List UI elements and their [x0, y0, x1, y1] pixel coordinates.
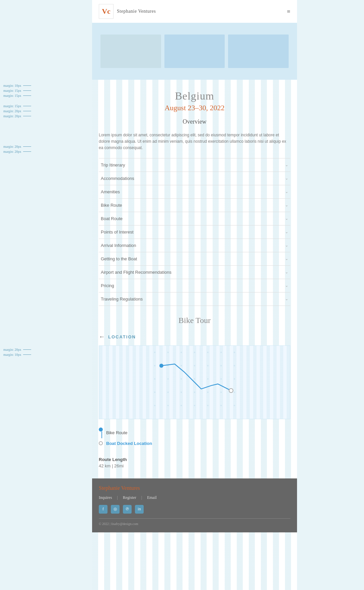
annotation-5: margin: 20px: [3, 109, 92, 113]
svg-point-19: [220, 378, 222, 380]
accordion-item-amenities[interactable]: Amenities ⌄: [99, 185, 290, 198]
hero-image-1: [100, 35, 161, 68]
hero-image-2: [164, 35, 225, 68]
svg-point-29: [167, 405, 169, 406]
annotation-line: [23, 116, 31, 116]
accordion-item-traveling-regulations[interactable]: Traveling Regulations ⌄: [99, 292, 290, 306]
footer-link-email[interactable]: Email: [147, 495, 157, 500]
annotation-3: margin: 15px: [3, 94, 92, 97]
svg-point-3: [194, 351, 195, 353]
accordion-label: Points of Interest: [101, 230, 134, 235]
svg-point-28: [154, 405, 155, 406]
legend-item-bike-route: Bike Route: [99, 428, 290, 438]
annotation-line: [23, 90, 31, 91]
svg-point-33: [220, 405, 222, 406]
social-facebook-icon[interactable]: f: [99, 505, 107, 514]
overview-heading: Overview: [99, 118, 290, 125]
svg-point-6: [234, 351, 235, 353]
bike-tour-section: Bike Tour: [92, 306, 297, 328]
svg-point-13: [234, 365, 235, 366]
chevron-icon: ⌄: [285, 230, 288, 235]
accordion-item-bike-route[interactable]: Bike Route ⌄: [99, 198, 290, 212]
footer-link-inquires[interactable]: Inquires: [99, 495, 112, 500]
annotation-6: margin: 20px: [3, 114, 92, 118]
date-subtitle: August 23–30, 2022: [99, 104, 290, 112]
main-content: Vc Stephanie Ventures ≡ Belgium August 2…: [92, 0, 297, 590]
footer-divider-2: |: [141, 495, 142, 500]
svg-point-23: [180, 391, 182, 393]
svg-point-14: [154, 378, 155, 380]
svg-point-10: [194, 365, 195, 366]
svg-point-16: [180, 378, 182, 380]
accordion-item-flight-recommendations[interactable]: Airport and Flight Recommendations ⌄: [99, 265, 290, 279]
chevron-icon: ⌄: [285, 216, 288, 221]
social-linkedin-icon[interactable]: in: [135, 505, 144, 514]
right-sidebar: [297, 0, 364, 590]
map-navigation: ← LOCATION: [92, 328, 297, 342]
accordion-item-points-of-interest[interactable]: Points of Interest ⌄: [99, 225, 290, 239]
svg-point-2: [180, 351, 182, 353]
svg-point-32: [207, 405, 209, 406]
svg-point-9: [180, 365, 182, 366]
annotation-1: margin: 10px: [3, 84, 92, 87]
accordion-item-trip-itinerary[interactable]: Trip Itinerary ⌄: [99, 158, 290, 172]
svg-point-31: [194, 405, 195, 406]
annotation-line: [23, 151, 31, 152]
site-footer: Stephanie Ventures Inquires | Register |…: [92, 478, 297, 532]
accordion-item-arrival-information[interactable]: Arrival Information ⌄: [99, 239, 290, 252]
accordion-label: Bike Route: [101, 203, 122, 208]
chevron-icon: ⌄: [285, 162, 288, 168]
accordion-label: Amenities: [101, 189, 120, 194]
svg-point-25: [207, 391, 209, 393]
accordion-label: Trip Itinerary: [101, 162, 125, 168]
map-area: [99, 345, 290, 419]
social-pinterest-icon[interactable]: ℗: [123, 505, 132, 514]
social-instagram-icon[interactable]: ◎: [111, 505, 120, 514]
svg-point-34: [234, 405, 235, 406]
svg-point-24: [194, 391, 195, 393]
route-length-section: Route Length 42 km | 26mi: [92, 454, 297, 478]
accordion-item-boat-route[interactable]: Boat Route ⌄: [99, 212, 290, 225]
annotation-7: margin: 20px: [3, 145, 92, 148]
annotation-line: [23, 349, 31, 350]
route-length-value: 42 km | 26mi: [99, 463, 290, 468]
bike-tour-title: Bike Tour: [99, 316, 290, 325]
accordion-item-pricing[interactable]: Pricing ⌄: [99, 279, 290, 292]
annotation-line: [23, 85, 31, 86]
annotation-4: margin: 15px: [3, 104, 92, 108]
accordion-label: Pricing: [101, 283, 114, 288]
hero-image-3: [228, 35, 289, 68]
hamburger-menu-button[interactable]: ≡: [287, 8, 290, 15]
title-section: Belgium August 23–30, 2022 Overview: [92, 80, 297, 129]
accordion-item-getting-to-boat[interactable]: Getting to the Boat ⌄: [99, 252, 290, 265]
chevron-icon: ⌄: [285, 256, 288, 261]
chevron-icon: ⌄: [285, 189, 288, 194]
legend-label-bike: Bike Route: [106, 430, 128, 435]
svg-point-1: [167, 351, 169, 353]
legend-label-boat: Boat Docked Location: [106, 441, 152, 446]
back-button[interactable]: ←: [99, 333, 105, 340]
accordion-label: Accommodations: [101, 176, 134, 181]
site-header: Vc Stephanie Ventures ≡: [92, 0, 297, 23]
svg-point-15: [167, 378, 169, 380]
footer-link-register[interactable]: Register: [123, 495, 136, 500]
annotation-line: [23, 146, 31, 147]
accordion-item-accommodations[interactable]: Accommodations ⌄: [99, 172, 290, 185]
annotation-2: margin: 15px: [3, 89, 92, 92]
logo: Vc: [99, 4, 114, 19]
svg-point-30: [180, 405, 182, 406]
svg-point-5: [220, 351, 222, 353]
accordion-label: Getting to the Boat: [101, 256, 137, 261]
chevron-icon: ⌄: [285, 297, 288, 302]
svg-point-27: [234, 391, 235, 393]
accordion-label: Arrival Information: [101, 243, 136, 248]
chevron-icon: ⌄: [285, 243, 288, 248]
footer-copyright: © 2022 | lisafry@design.com: [99, 518, 290, 526]
chevron-icon: ⌄: [285, 270, 288, 275]
legend-dot-boat: [99, 441, 103, 445]
overview-text: Lorem ipsum dolor sit amet, consectetur …: [92, 129, 297, 158]
svg-point-11: [207, 365, 209, 366]
svg-point-21: [154, 391, 155, 393]
svg-point-4: [207, 351, 209, 353]
legend-line: [101, 432, 102, 438]
